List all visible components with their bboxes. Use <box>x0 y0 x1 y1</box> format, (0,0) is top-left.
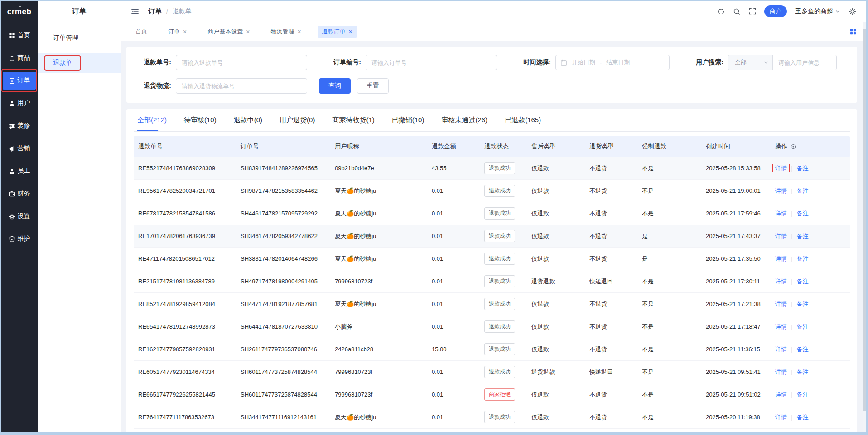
refund-table: 退款单号订单号用户昵称退款金额退款状态售后类型退货类型强制退款创建时间操作 RE… <box>134 136 850 429</box>
app-logo[interactable]: crmeb <box>1 1 38 23</box>
filter-tab-商家待收货(1)[interactable]: 商家待收货(1) <box>332 109 374 131</box>
sidebar-item-label: 维护 <box>18 235 30 243</box>
refund-no-input[interactable] <box>176 55 307 70</box>
tab-物流管理[interactable]: 物流管理× <box>266 26 305 38</box>
remark-link[interactable]: 备注 <box>796 187 808 195</box>
filter-tab-已退款(165)[interactable]: 已退款(165) <box>505 109 541 131</box>
table-row: RE665174779226255821445SH601174773725874… <box>134 383 850 406</box>
megaphone-icon <box>9 145 15 152</box>
remark-link[interactable]: 备注 <box>796 345 808 354</box>
date-range-picker[interactable]: 开始日期 - 结束日期 <box>555 55 670 70</box>
remark-link[interactable]: 备注 <box>796 368 808 376</box>
sidebar-item-财务[interactable]: 财务 <box>3 185 36 203</box>
merchant-account-menu[interactable]: 王多鱼的商超 <box>795 7 840 15</box>
forced-refund-cell: 不是 <box>637 300 701 308</box>
remark-link[interactable]: 备注 <box>796 413 808 421</box>
filter-tab-待审核(10)[interactable]: 待审核(10) <box>184 109 217 131</box>
search-icon[interactable] <box>733 8 741 15</box>
refund-status-cell: 退款成功 <box>480 185 527 197</box>
refund-no-cell: RE471174782015086517012 <box>134 255 236 262</box>
submenu-group-order-management[interactable]: 订单管理 <box>38 22 121 42</box>
sidebar-item-员工[interactable]: 员工 <box>3 162 36 180</box>
sidebar-item-用户[interactable]: 用户 <box>3 94 36 112</box>
sidebar-item-维护[interactable]: 维护 <box>3 230 36 248</box>
detail-link[interactable]: 详情 <box>775 323 787 331</box>
user-info-input[interactable] <box>773 55 836 70</box>
nickname-cell: 夏天🍊的砂糖ju <box>330 413 427 421</box>
detail-link[interactable]: 详情 <box>775 391 787 399</box>
close-icon[interactable]: × <box>349 29 352 35</box>
tab-list-grid-icon[interactable] <box>850 29 856 35</box>
detail-link[interactable]: 详情 <box>775 300 787 308</box>
refund-status-cell: 退款成功 <box>480 366 527 378</box>
fullscreen-icon[interactable] <box>749 8 756 15</box>
scrollbar-thumb[interactable] <box>863 29 866 411</box>
action-divider: | <box>791 368 792 375</box>
reset-button[interactable]: 重置 <box>357 78 389 94</box>
sidebar-item-订单[interactable]: 订单 <box>3 72 36 90</box>
tab-label: 首页 <box>135 28 147 36</box>
submenu-item-refund-orders[interactable]: 退款单 <box>38 53 121 73</box>
remark-link[interactable]: 备注 <box>796 277 808 286</box>
filter-tab-审核未通过(26)[interactable]: 审核未通过(26) <box>441 109 487 131</box>
tab-首页[interactable]: 首页 <box>131 26 152 38</box>
tab-退款订单[interactable]: 退款订单× <box>318 26 357 38</box>
detail-link[interactable]: 详情 <box>775 187 787 195</box>
sidebar-item-商品[interactable]: 商品 <box>3 49 36 67</box>
close-icon[interactable]: × <box>183 29 187 35</box>
query-button[interactable]: 查询 <box>319 78 351 94</box>
detail-link[interactable]: 详情 <box>775 232 787 240</box>
remark-link[interactable]: 备注 <box>796 391 808 399</box>
detail-link[interactable]: 详情 <box>775 164 787 172</box>
detail-link[interactable]: 详情 <box>775 368 787 376</box>
collapse-menu-icon[interactable] <box>131 7 139 15</box>
remark-link[interactable]: 备注 <box>796 300 808 308</box>
detail-link[interactable]: 详情 <box>775 345 787 354</box>
sidebar-item-设置[interactable]: 设置 <box>3 207 36 225</box>
order-no-cell: SH839174841289226974565 <box>236 165 330 172</box>
tab-订单[interactable]: 订单× <box>164 26 191 38</box>
filter-tab-已撤销(10)[interactable]: 已撤销(10) <box>392 109 424 131</box>
order-no-cell: SH497174781980004291405 <box>236 278 330 285</box>
detail-link[interactable]: 详情 <box>775 210 787 218</box>
merchant-role-badge[interactable]: 商户 <box>764 5 787 17</box>
time-select-label: 时间选择: <box>517 58 551 67</box>
sidebar-item-装修[interactable]: 装修 <box>3 117 36 135</box>
detail-link[interactable]: 详情 <box>775 413 787 421</box>
search-panel: 退款单号: 订单编号: 时间选择: 开始日期 <box>126 47 857 103</box>
remark-link[interactable]: 备注 <box>796 210 808 218</box>
table-row: RE764174771117863532673SH344174771116912… <box>134 406 850 429</box>
close-icon[interactable]: × <box>246 29 250 35</box>
filter-tab-退款中(0)[interactable]: 退款中(0) <box>234 109 262 131</box>
detail-link[interactable]: 详情 <box>775 277 787 286</box>
table-row: RE471174782015086517012SH383174782014064… <box>134 248 850 270</box>
refund-amount-cell: 43.55 <box>427 165 480 172</box>
nickname-cell: 夏天🍊的砂糖ju <box>330 187 427 195</box>
remark-link[interactable]: 备注 <box>796 164 808 172</box>
detail-link[interactable]: 详情 <box>775 255 787 263</box>
action-divider: | <box>791 187 792 194</box>
remark-link[interactable]: 备注 <box>796 323 808 331</box>
close-icon[interactable]: × <box>297 29 301 35</box>
tab-商户基本设置[interactable]: 商户基本设置× <box>203 26 254 38</box>
refresh-icon[interactable] <box>717 8 725 15</box>
filter-tab-用户退货(0)[interactable]: 用户退货(0) <box>280 109 315 131</box>
remark-link[interactable]: 备注 <box>796 255 808 263</box>
aftersale-type-cell: 退货退款 <box>527 368 585 376</box>
status-tag: 退款成功 <box>484 343 515 355</box>
logo-ring-icon <box>19 5 21 7</box>
breadcrumb-section[interactable]: 订单 <box>148 7 162 16</box>
created-at-cell: 2025-05-21 19:00:01 <box>701 187 771 194</box>
user-type-select[interactable]: 全部 <box>728 55 773 70</box>
sidebar-item-营销[interactable]: 营销 <box>3 139 36 158</box>
filter-tab-全部(212)[interactable]: 全部(212) <box>137 109 167 131</box>
order-no-input[interactable] <box>366 55 497 70</box>
bag-icon <box>9 55 15 62</box>
sidebar-item-首页[interactable]: 首页 <box>3 26 36 44</box>
nickname-cell: 2426a811cb28 <box>330 346 427 353</box>
remark-link[interactable]: 备注 <box>796 232 808 240</box>
sidebar-item-label: 财务 <box>18 190 30 198</box>
settings-gear-icon[interactable] <box>849 8 856 15</box>
return-logistics-input[interactable] <box>176 78 307 94</box>
refund-no-cell: RE956174782520034721701 <box>134 187 236 194</box>
